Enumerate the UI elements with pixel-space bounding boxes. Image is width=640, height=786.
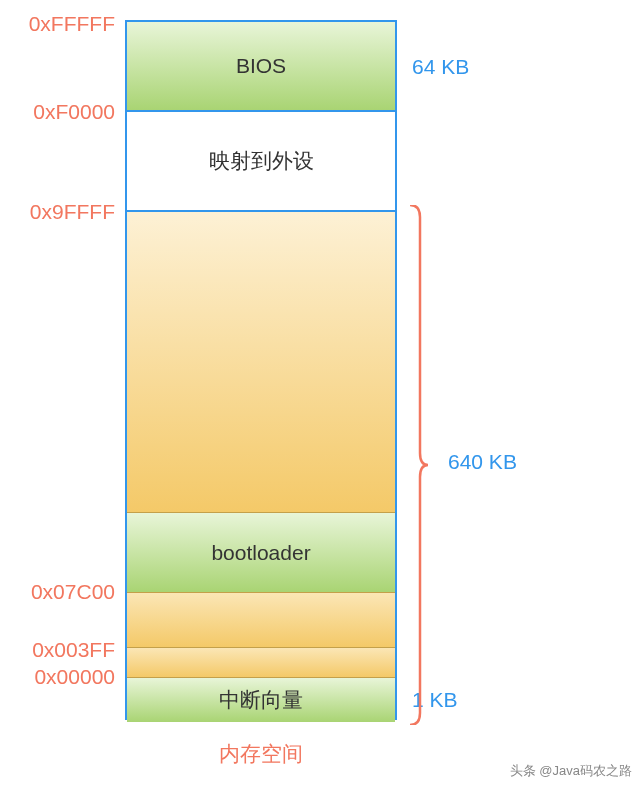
ram-thin-region — [127, 647, 395, 677]
addr-ivt-top: 0x003FF — [0, 638, 115, 662]
memory-column: BIOS 映射到外设 bootloader 中断向量 — [125, 20, 397, 720]
brace-icon — [408, 205, 430, 725]
peripherals-label: 映射到外设 — [209, 147, 314, 175]
size-ram: 640 KB — [448, 450, 517, 474]
ram-top-region — [127, 212, 395, 512]
ram-mid-region — [127, 592, 395, 647]
bottom-label: 内存空间 — [125, 740, 397, 768]
ivt-label: 中断向量 — [219, 686, 303, 714]
bios-label: BIOS — [236, 54, 286, 78]
addr-peripheral-base: 0x9FFFF — [0, 200, 115, 224]
addr-top: 0xFFFFF — [0, 12, 115, 36]
bootloader-region: bootloader — [127, 512, 395, 592]
watermark: 头条 @Java码农之路 — [510, 762, 632, 780]
ivt-region: 中断向量 — [127, 677, 395, 722]
peripherals-region: 映射到外设 — [127, 112, 395, 212]
size-bios: 64 KB — [412, 55, 469, 79]
addr-bootloader-base: 0x07C00 — [0, 580, 115, 604]
addr-bios-base: 0xF0000 — [0, 100, 115, 124]
bootloader-label: bootloader — [211, 541, 310, 565]
size-ivt: 1 KB — [412, 688, 458, 712]
addr-bottom: 0x00000 — [0, 665, 115, 689]
bios-region: BIOS — [127, 22, 395, 112]
memory-map-diagram: BIOS 映射到外设 bootloader 中断向量 0xFFFFF 0xF00… — [0, 0, 640, 786]
